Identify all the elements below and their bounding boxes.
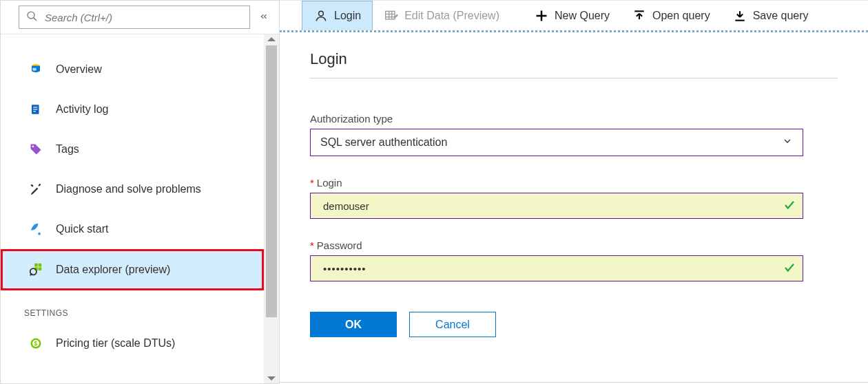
ok-button[interactable]: OK — [310, 312, 397, 337]
svg-rect-21 — [386, 11, 395, 19]
pricing-icon: $ — [28, 336, 43, 351]
tab-edit-data[interactable]: Edit Data (Preview) — [373, 1, 510, 30]
sidebar: SQL Overview Activity log Tags — [0, 0, 280, 384]
svg-rect-7 — [33, 109, 37, 109]
auth-type-label: Authorization type — [310, 113, 838, 125]
sidebar-item-label: Overview — [56, 63, 102, 76]
tools-icon — [28, 182, 43, 197]
svg-text:SQL: SQL — [33, 68, 37, 71]
password-input[interactable] — [323, 263, 783, 275]
tab-login[interactable]: Login — [302, 1, 373, 30]
toolbar-label: Login — [334, 10, 361, 22]
check-icon — [783, 199, 796, 213]
sidebar-item-activity-log[interactable]: Activity log — [1, 89, 264, 129]
auth-type-select[interactable]: SQL server authentication — [310, 129, 803, 156]
sidebar-item-pricing-tier[interactable]: $ Pricing tier (scale DTUs) — [1, 323, 264, 363]
sidebar-item-label: Diagnose and solve problems — [56, 183, 201, 195]
new-query-button[interactable]: New Query — [523, 1, 621, 30]
sidebar-item-label: Pricing tier (scale DTUs) — [56, 337, 175, 350]
sidebar-item-label: Tags — [56, 143, 79, 156]
svg-text:$: $ — [34, 340, 38, 347]
sidebar-item-label: Data explorer (preview) — [56, 264, 170, 276]
required-star-icon: * — [310, 177, 314, 189]
scroll-up-icon[interactable] — [267, 37, 276, 41]
svg-rect-6 — [33, 107, 37, 107]
search-box[interactable] — [19, 6, 250, 29]
save-icon — [732, 8, 747, 23]
login-input[interactable] — [323, 200, 783, 212]
main-pane: Login Edit Data (Preview) New Query Open… — [280, 0, 868, 383]
tag-icon — [28, 142, 43, 157]
svg-point-20 — [319, 11, 324, 16]
collapse-sidebar-button[interactable] — [254, 8, 273, 27]
toolbar-label: Save query — [753, 10, 809, 22]
sidebar-item-diagnose[interactable]: Diagnose and solve problems — [1, 169, 264, 209]
chevron-double-left-icon — [258, 10, 269, 25]
sidebar-item-tags[interactable]: Tags — [1, 129, 264, 169]
login-label-text: Login — [317, 177, 342, 189]
person-icon — [313, 8, 329, 23]
search-input[interactable] — [45, 12, 242, 23]
scroll-down-icon[interactable] — [267, 376, 276, 381]
sidebar-item-overview[interactable]: SQL Overview — [1, 50, 264, 89]
data-explorer-icon — [28, 262, 43, 277]
auth-type-value: SQL server authentication — [320, 136, 447, 149]
svg-point-10 — [38, 233, 41, 235]
rocket-icon — [28, 222, 43, 237]
sidebar-item-label: Quick start — [56, 223, 108, 235]
sidebar-item-quick-start[interactable]: Quick start — [1, 209, 264, 249]
scroll-thumb[interactable] — [266, 45, 277, 317]
log-icon — [28, 102, 43, 117]
required-star-icon: * — [310, 239, 314, 251]
panel-title: Login — [310, 50, 838, 78]
check-icon — [783, 262, 796, 276]
sidebar-scrollbar[interactable] — [264, 34, 279, 383]
svg-rect-12 — [39, 264, 42, 267]
password-label-text: Password — [317, 239, 362, 251]
svg-point-9 — [32, 146, 34, 148]
sidebar-item-data-explorer[interactable]: Data explorer (preview) — [1, 249, 264, 290]
password-label: *Password — [310, 239, 838, 251]
open-query-button[interactable]: Open query — [621, 1, 721, 30]
sidebar-item-label: Activity log — [56, 103, 108, 116]
database-icon: SQL — [28, 62, 43, 77]
toolbar-label: New Query — [555, 10, 610, 22]
table-edit-icon — [384, 8, 399, 23]
svg-line-1 — [34, 18, 37, 21]
chevron-down-icon — [782, 136, 793, 149]
toolbar-label: Edit Data (Preview) — [404, 10, 499, 22]
password-input-wrap — [310, 255, 803, 281]
nav-list: SQL Overview Activity log Tags — [1, 34, 264, 383]
login-input-wrap — [310, 193, 803, 219]
svg-rect-11 — [34, 264, 38, 267]
plus-icon — [534, 8, 549, 23]
save-query-button[interactable]: Save query — [721, 1, 820, 30]
search-icon — [26, 10, 38, 24]
svg-point-0 — [28, 12, 34, 19]
toolbar: Login Edit Data (Preview) New Query Open… — [280, 0, 868, 30]
toolbar-label: Open query — [652, 10, 710, 22]
section-header-settings: SETTINGS — [1, 290, 264, 323]
login-label: *Login — [310, 177, 838, 189]
open-icon — [632, 8, 647, 23]
login-panel: Login Authorization type SQL server auth… — [280, 30, 868, 382]
button-row: OK Cancel — [310, 312, 838, 337]
search-row — [1, 1, 279, 34]
svg-rect-14 — [39, 267, 42, 270]
svg-rect-8 — [33, 111, 36, 111]
cancel-button[interactable]: Cancel — [409, 312, 496, 337]
